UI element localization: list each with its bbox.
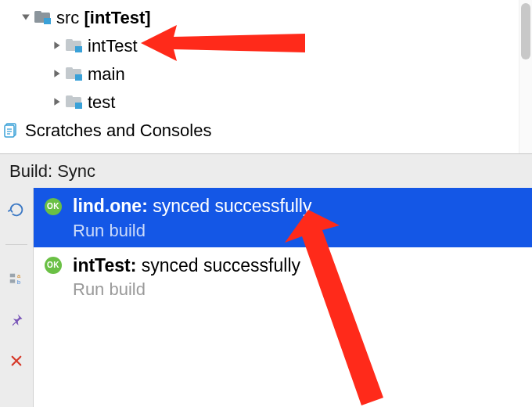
folder-icon: [66, 95, 83, 109]
build-item-sub[interactable]: Run build: [73, 221, 521, 241]
close-icon[interactable]: [7, 351, 26, 370]
toggle-view-icon[interactable]: ab: [7, 270, 26, 289]
build-panel-title: Build: Sync: [9, 161, 95, 182]
refresh-icon[interactable]: [7, 200, 26, 219]
build-list[interactable]: OK lind.one: synced successfully Run bui…: [34, 188, 532, 407]
svg-text:b: b: [17, 279, 20, 286]
chevron-right-icon[interactable]: [50, 69, 64, 78]
build-gutter: ab: [0, 188, 34, 407]
project-tree[interactable]: src [intTest] intTest main: [0, 0, 532, 144]
build-item-lind-one[interactable]: OK lind.one: synced successfully Run bui…: [34, 188, 532, 247]
build-panel: ab OK lind.one: synced successfully Run …: [0, 188, 532, 407]
ok-badge-icon: OK: [45, 257, 62, 274]
build-panel-header[interactable]: Build: Sync: [0, 153, 532, 189]
svg-rect-2: [34, 11, 41, 14]
svg-rect-3: [44, 18, 51, 24]
build-item-sub[interactable]: Run build: [73, 279, 521, 300]
ok-badge-icon: OK: [45, 198, 62, 215]
svg-rect-6: [66, 39, 73, 42]
tree-item-label: intTest: [88, 33, 138, 59]
svg-rect-21: [10, 274, 15, 278]
tree-item-main[interactable]: main: [0, 59, 532, 88]
gutter-separator: [5, 244, 27, 245]
svg-rect-22: [10, 279, 15, 283]
svg-rect-14: [66, 95, 73, 99]
build-item-status: synced successfully: [142, 255, 300, 277]
tree-root-src[interactable]: src [intTest]: [0, 3, 532, 31]
folder-icon: [66, 67, 83, 81]
svg-marker-8: [54, 70, 59, 77]
tree-root-label: src [intTest]: [56, 5, 151, 31]
build-item-name: intTest:: [73, 255, 136, 277]
tree-item-label: main: [88, 61, 125, 87]
folder-icon: [34, 10, 52, 24]
build-item-inttest[interactable]: OK intTest: synced successfully Run buil…: [34, 247, 532, 307]
scratches-label: Scratches and Consoles: [25, 117, 211, 143]
tree-item-scratches[interactable]: Scratches and Consoles: [0, 116, 532, 144]
svg-marker-4: [54, 41, 59, 49]
tree-scrollbar[interactable]: [519, 0, 532, 153]
scratches-icon: [3, 122, 20, 138]
scrollbar-thumb[interactable]: [521, 3, 530, 59]
chevron-right-icon[interactable]: [50, 97, 64, 106]
svg-marker-12: [54, 98, 59, 106]
folder-icon: [66, 38, 83, 52]
pin-icon[interactable]: [7, 311, 26, 330]
svg-rect-10: [66, 67, 73, 70]
tree-item-test[interactable]: test: [0, 88, 532, 116]
chevron-right-icon[interactable]: [50, 41, 64, 50]
chevron-down-icon[interactable]: [19, 13, 33, 22]
build-item-status: synced successfully: [153, 196, 311, 218]
svg-rect-15: [75, 103, 82, 109]
svg-marker-0: [22, 14, 30, 20]
tree-item-label: test: [88, 89, 115, 115]
tree-item-inttest[interactable]: intTest: [0, 31, 532, 59]
svg-rect-11: [75, 74, 82, 81]
svg-rect-7: [75, 46, 82, 52]
build-item-name: lind.one:: [73, 196, 148, 218]
